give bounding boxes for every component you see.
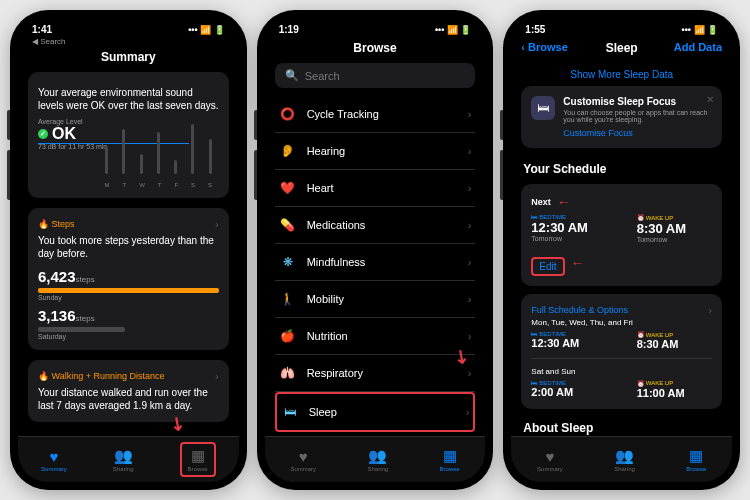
back-button[interactable]: ‹ Browse bbox=[521, 41, 567, 53]
chevron-icon: › bbox=[468, 145, 472, 157]
heart-icon: ♥ bbox=[49, 448, 58, 465]
mindfulness-icon: ❋ bbox=[279, 253, 297, 271]
close-icon[interactable]: ✕ bbox=[706, 94, 714, 105]
customise-link[interactable]: Customise Focus bbox=[563, 128, 712, 138]
heart-icon: ♥ bbox=[545, 448, 554, 465]
steps-card[interactable]: 🔥 Steps› You took more steps yesterday t… bbox=[28, 208, 229, 350]
tab-browse[interactable]: ▦Browse bbox=[180, 442, 216, 477]
status-icons: ••• 📶 🔋 bbox=[682, 25, 718, 35]
respiratory-icon: 🫁 bbox=[279, 364, 297, 382]
list-item-mobility[interactable]: 🚶Mobility› bbox=[275, 281, 476, 318]
chevron-icon: › bbox=[215, 218, 219, 230]
status-time: 1:19 bbox=[279, 24, 299, 35]
status-icons: ••• 📶 🔋 bbox=[188, 25, 224, 35]
heart-icon: ♥ bbox=[299, 448, 308, 465]
full-schedule-card[interactable]: Full Schedule & Options› Mon, Tue, Wed, … bbox=[521, 294, 722, 409]
chevron-icon: › bbox=[215, 370, 219, 382]
chevron-icon: › bbox=[468, 219, 472, 231]
show-more-link[interactable]: Show More Sleep Data bbox=[511, 63, 732, 86]
medications-icon: 💊 bbox=[279, 216, 297, 234]
chevron-icon: › bbox=[468, 108, 472, 120]
grid-icon: ▦ bbox=[443, 447, 457, 465]
chevron-icon: › bbox=[466, 406, 470, 418]
chevron-icon: › bbox=[468, 481, 472, 482]
focus-card[interactable]: 🛏 Customise Sleep Focus You can choose p… bbox=[521, 86, 722, 148]
list-item-cycle-tracking[interactable]: ⭕Cycle Tracking› bbox=[275, 96, 476, 133]
cycle tracking-icon: ⭕ bbox=[279, 105, 297, 123]
next-schedule-card: Next ← 🛏 BEDTIME 12:30 AM Tomorrow ⏰ WAK… bbox=[521, 184, 722, 286]
heart-icon: ❤️ bbox=[279, 179, 297, 197]
page-title: Sleep bbox=[606, 41, 638, 55]
search-icon: 🔍 bbox=[285, 69, 299, 82]
list-item-sleep[interactable]: 🛏Sleep› bbox=[275, 392, 476, 432]
annotation-arrow: ← bbox=[557, 194, 571, 210]
add-data-button[interactable]: Add Data bbox=[674, 41, 722, 53]
tab-summary[interactable]: ♥Summary bbox=[41, 448, 67, 472]
chevron-icon: › bbox=[468, 256, 472, 268]
list-item-hearing[interactable]: 👂Hearing› bbox=[275, 133, 476, 170]
sleep-icon: 🛏 bbox=[281, 403, 299, 421]
tab-bar: ♥Summary 👥Sharing ▦Browse bbox=[18, 436, 239, 482]
search-input[interactable]: 🔍Search bbox=[275, 63, 476, 88]
nutrition-icon: 🍎 bbox=[279, 327, 297, 345]
status-time: 1:41 bbox=[32, 24, 52, 35]
chevron-icon: › bbox=[468, 293, 472, 305]
chevron-icon: › bbox=[468, 367, 472, 379]
status-icons: ••• 📶 🔋 bbox=[435, 25, 471, 35]
walking-card[interactable]: 🔥 Walking + Running Distance› Your dista… bbox=[28, 360, 229, 422]
tab-browse[interactable]: ▦Browse bbox=[686, 447, 706, 472]
grid-icon: ▦ bbox=[191, 447, 205, 465]
people-icon: 👥 bbox=[368, 447, 387, 465]
tab-sharing[interactable]: 👥Sharing bbox=[367, 447, 388, 472]
tab-browse[interactable]: ▦Browse bbox=[440, 447, 460, 472]
list-item-mindfulness[interactable]: ❋Mindfulness› bbox=[275, 244, 476, 281]
check-icon: ✓ bbox=[38, 129, 48, 139]
sound-chart: Average Level ✓OK 73 dB for 11 hr 53 min… bbox=[38, 118, 219, 188]
annotation-arrow: ← bbox=[571, 255, 585, 271]
list-item-respiratory[interactable]: 🫁Respiratory› bbox=[275, 355, 476, 392]
edit-button[interactable]: Edit bbox=[531, 257, 564, 276]
grid-icon: ▦ bbox=[689, 447, 703, 465]
chevron-icon: › bbox=[708, 304, 712, 316]
chevron-icon: › bbox=[468, 182, 472, 194]
list-item-heart[interactable]: ❤️Heart› bbox=[275, 170, 476, 207]
list-item-medications[interactable]: 💊Medications› bbox=[275, 207, 476, 244]
hearing-icon: 👂 bbox=[279, 142, 297, 160]
mobility-icon: 🚶 bbox=[279, 290, 297, 308]
page-title: Summary bbox=[18, 46, 239, 72]
phone-summary: 1:41 ••• 📶 🔋 ◀ Search Summary Your avera… bbox=[10, 10, 247, 490]
wakeup-label: ⏰ WAKE UP bbox=[637, 214, 712, 221]
tab-summary[interactable]: ♥Summary bbox=[290, 448, 316, 472]
sound-card[interactable]: Your average environmental sound levels … bbox=[28, 72, 229, 198]
sound-summary: Your average environmental sound levels … bbox=[38, 86, 219, 112]
schedule-heading: Your Schedule bbox=[511, 158, 732, 180]
phone-browse: 1:19 ••• 📶 🔋 Browse 🔍Search ⭕Cycle Track… bbox=[257, 10, 494, 490]
tab-bar: ♥Summary 👥Sharing ▦Browse bbox=[511, 436, 732, 482]
tab-bar: ♥Summary 👥Sharing ▦Browse bbox=[265, 436, 486, 482]
bed-icon: 🛏 bbox=[531, 96, 555, 120]
status-time: 1:55 bbox=[525, 24, 545, 35]
people-icon: 👥 bbox=[615, 447, 634, 465]
tab-sharing[interactable]: 👥Sharing bbox=[113, 447, 134, 472]
category-list: ⭕Cycle Tracking›👂Hearing›❤️Heart›💊Medica… bbox=[265, 96, 486, 482]
list-item-nutrition[interactable]: 🍎Nutrition› bbox=[275, 318, 476, 355]
page-title: Browse bbox=[265, 37, 486, 63]
phone-sleep: 1:55 ••• 📶 🔋 ‹ Browse Sleep Add Data Sho… bbox=[503, 10, 740, 490]
people-icon: 👥 bbox=[114, 447, 133, 465]
chevron-icon: › bbox=[468, 330, 472, 342]
tab-sharing[interactable]: 👥Sharing bbox=[614, 447, 635, 472]
tab-summary[interactable]: ♥Summary bbox=[537, 448, 563, 472]
